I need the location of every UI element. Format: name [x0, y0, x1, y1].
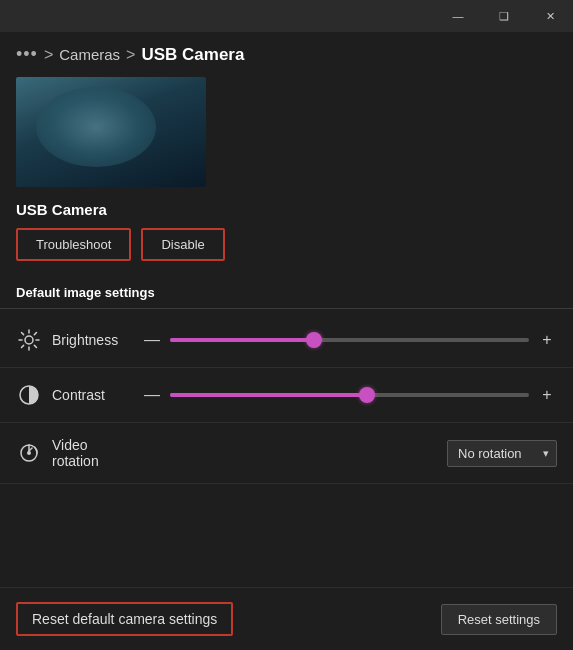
close-button[interactable]: ✕: [527, 0, 573, 32]
brightness-label: Brightness: [52, 332, 132, 348]
contrast-row: Contrast — +: [0, 368, 573, 423]
breadcrumb-sep1: >: [44, 46, 53, 64]
disable-button[interactable]: Disable: [141, 228, 224, 261]
rotation-select-wrapper: No rotation 90° 180° 270° ▾: [447, 440, 557, 467]
video-rotation-label: Video rotation: [52, 437, 132, 469]
video-rotation-row: Video rotation No rotation 90° 180° 270°…: [0, 423, 573, 484]
contrast-slider-container: — +: [142, 386, 557, 404]
contrast-icon: [16, 382, 42, 408]
brightness-icon: [16, 327, 42, 353]
titlebar: — ❑ ✕: [0, 0, 573, 32]
breadcrumb-cameras[interactable]: Cameras: [59, 46, 120, 63]
contrast-track[interactable]: [170, 393, 529, 397]
svg-line-6: [34, 345, 36, 347]
svg-line-5: [22, 333, 24, 335]
camera-preview: [16, 77, 206, 187]
troubleshoot-button[interactable]: Troubleshoot: [16, 228, 131, 261]
rotation-select[interactable]: No rotation 90° 180° 270°: [447, 440, 557, 467]
contrast-decrease[interactable]: —: [142, 386, 162, 404]
svg-line-8: [22, 345, 24, 347]
svg-point-0: [25, 336, 33, 344]
reset-default-label[interactable]: Reset default camera settings: [16, 602, 233, 636]
settings-section-title: Default image settings: [0, 277, 573, 304]
device-name: USB Camera: [0, 197, 573, 228]
brightness-track[interactable]: [170, 338, 529, 342]
contrast-increase[interactable]: +: [537, 386, 557, 404]
rotation-icon: [16, 440, 42, 466]
divider-top: [0, 308, 573, 309]
brightness-slider-container: — +: [142, 331, 557, 349]
bottom-bar: Reset default camera settings Reset sett…: [0, 587, 573, 650]
breadcrumb-sep2: >: [126, 46, 135, 64]
reset-settings-button[interactable]: Reset settings: [441, 604, 557, 635]
minimize-button[interactable]: —: [435, 0, 481, 32]
breadcrumb-dots[interactable]: •••: [16, 44, 38, 65]
contrast-label: Contrast: [52, 387, 132, 403]
svg-line-7: [34, 333, 36, 335]
brightness-decrease[interactable]: —: [142, 331, 162, 349]
breadcrumb: ••• > Cameras > USB Camera: [0, 32, 573, 73]
brightness-row: Brightness — +: [0, 313, 573, 368]
maximize-button[interactable]: ❑: [481, 0, 527, 32]
action-buttons: Troubleshoot Disable: [0, 228, 573, 277]
breadcrumb-current: USB Camera: [141, 45, 244, 65]
brightness-increase[interactable]: +: [537, 331, 557, 349]
